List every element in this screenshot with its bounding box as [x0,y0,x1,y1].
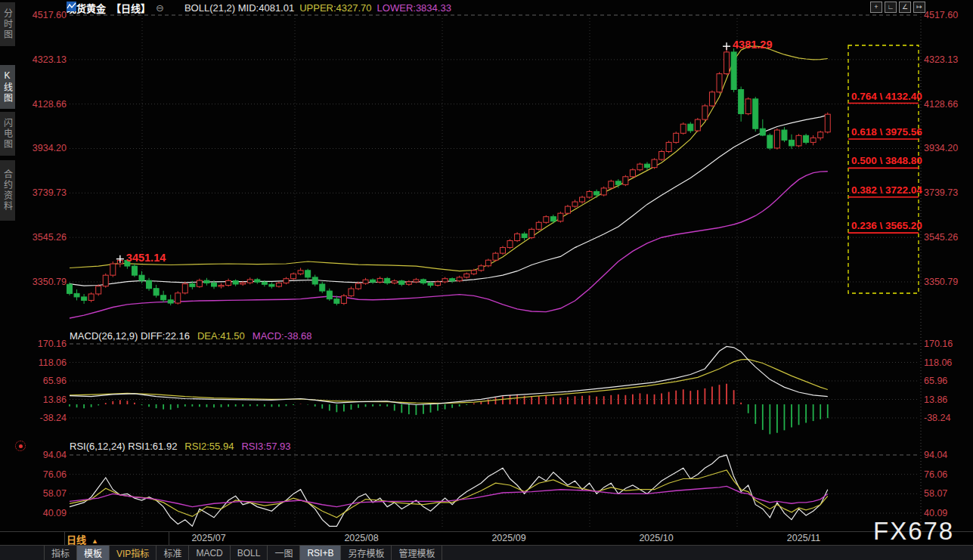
price-axis-tick: 3934.20 [924,143,958,153]
price-axis-tick: 4323.13 [924,54,958,65]
axis-divider [64,531,65,546]
tab-one-chart[interactable]: 一图 [268,546,300,560]
alert-icon[interactable] [15,441,26,451]
macd-axis-tick: -38.24 [15,413,67,423]
watermark: FX678 [873,517,954,546]
tab-standard[interactable]: 标准 [156,546,189,560]
fib-level-label: 0.764 \ 4132.40 [851,91,922,102]
axis-divider [169,531,169,546]
price-axis-tick: 4128.66 [15,99,67,110]
x-axis-label: 2025/11 [787,533,820,543]
macd-axis-tick: 65.96 [924,376,947,386]
time-axis-strip [0,531,973,546]
tab-indicators[interactable]: 指标 [45,546,77,560]
price-axis-tick: 3350.79 [924,277,958,287]
rsi-axis-tick: 94.04 [924,450,947,460]
x-axis-label: 2025/10 [639,533,673,543]
trading-app-window: 分时图K线图闪电图合约资料 现货黄金 【日线】 ⊖ BOLL(21,2) MID… [0,0,973,560]
fib-level-label: 0.236 \ 3565.20 [851,220,922,231]
price-extreme-label: 3451.14 [126,252,166,264]
macd-axis-tick: 65.96 [15,376,67,386]
macd-axis-tick: 118.06 [15,357,67,368]
macd-axis-tick: 170.16 [15,339,67,349]
price-axis-tick: 3739.73 [15,187,67,198]
macd-axis-tick: 170.16 [924,339,953,349]
macd-axis-tick: 13.86 [15,394,67,405]
macd-dea-value: DEA:41.50 [197,330,245,342]
price-axis-tick: 3739.73 [924,187,958,198]
rsi-axis-tick: 58.07 [15,488,67,499]
tab-macd[interactable]: MACD [189,546,230,560]
price-extreme-label: 4381.29 [733,39,772,51]
triangle-up-icon: ▲ [91,537,98,545]
candlestick-chart-canvas[interactable]: 0.764 \ 4132.400.618 \ 3975.560.500 \ 38… [0,0,973,560]
tab-save-template[interactable]: 另存模板 [341,546,392,560]
macd-diff-value: MACD(26,12,9) DIFF:22.16 [70,330,190,342]
tab-template[interactable]: 模板 [77,546,110,560]
macd-axis-tick: 118.06 [924,357,952,368]
rsi-axis-tick: 76.06 [924,469,947,480]
x-axis-label: 2025/08 [344,533,378,543]
price-axis-tick: 3350.79 [15,277,67,287]
bottom-toolbar: 指标模板VIP指标标准MACDBOLL一图RSI+B另存模板管理模板 [0,546,973,560]
price-axis-tick: 4517.60 [15,10,67,20]
macd-axis-tick: -38.24 [924,413,950,423]
x-axis-label: 2025/09 [491,533,525,543]
macd-header: MACD(26,12,9) DIFF:22.16 DEA:41.50 MACD:… [70,330,312,342]
rsi-axis-tick: 58.07 [924,488,947,499]
fib-level-label: 0.500 \ 3848.80 [851,155,922,166]
rsi-axis-tick: 40.09 [15,508,67,518]
price-axis-tick: 3545.26 [15,232,67,243]
tab-manage-template[interactable]: 管理模板 [392,546,442,560]
tab-boll[interactable]: BOLL [231,546,268,560]
fib-level-label: 0.618 \ 3975.56 [851,126,922,138]
rsi-axis-tick: 76.06 [15,469,67,480]
tab-vip-indicators[interactable]: VIP指标 [110,546,156,560]
price-axis-tick: 3934.20 [15,143,67,153]
rsi-header: RSI(6,12,24) RSI1:61.92 RSI2:55.94 RSI3:… [70,441,290,452]
price-axis-tick: 4517.60 [924,10,958,20]
period-selector[interactable]: 日线▲ [67,532,98,546]
price-axis-tick: 4128.66 [924,99,958,110]
price-axis-tick: 3545.26 [924,232,958,243]
rsi-axis-tick: 94.04 [15,450,67,460]
macd-axis-tick: 13.86 [924,394,947,405]
tab-rsi-b[interactable]: RSI+B [300,546,341,560]
macd-hist-value: MACD:-38.68 [253,330,312,342]
rsi1-value: RSI(6,12,24) RSI1:61.92 [70,441,177,452]
price-axis-tick: 4323.13 [15,54,67,65]
x-axis-label: 2025/07 [191,533,225,543]
rsi2-value: RSI2:55.94 [184,441,234,452]
rsi3-value: RSI3:57.93 [241,441,290,452]
fib-level-label: 0.382 \ 3722.04 [851,184,922,196]
